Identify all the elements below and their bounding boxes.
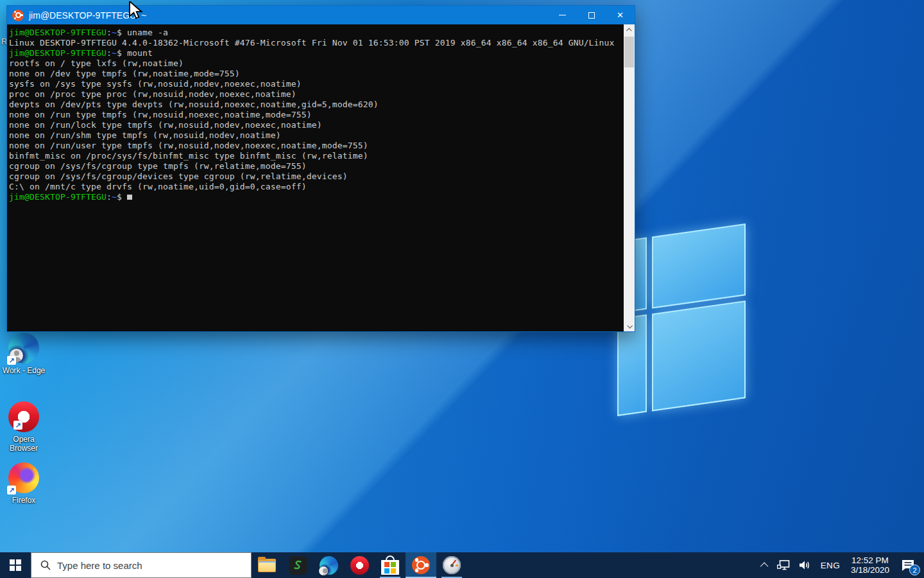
terminal-output-line: proc on /proc type proc (rw,nosuid,nodev… [9,89,624,100]
taskbar-file-explorer[interactable] [252,552,282,578]
clock-time: 12:52 PM [851,556,889,565]
terminal-command-line: jim@DESKTOP-9TFTEGU:~$ uname -a [9,28,624,38]
taskbar-opera[interactable] [344,552,375,578]
edge-icon: ↗ [8,333,39,363]
wallpaper-windows-logo [617,223,746,421]
terminal-output-line: sysfs on /sys type sysfs (rw,nosuid,node… [9,79,624,89]
close-button[interactable]: ✕ [606,6,635,24]
firefox-icon: ↗ [8,462,39,493]
terminal-output[interactable]: jim@DESKTOP-9TFTEGU:~$ uname -aLinux DES… [7,24,624,331]
terminal-output-line: none on /run/shm type tmpfs (rw,nosuid,n… [9,130,624,141]
terminal-output-line: none on /dev type tmpfs (rw,noatime,mode… [9,69,624,79]
notification-badge: 2 [909,565,920,575]
maximize-button[interactable] [577,6,606,24]
terminal-command-line: jim@DESKTOP-9TFTEGU:~$ mount [9,48,624,58]
terminal-output-line: none on /run/user type tmpfs (rw,nosuid,… [9,141,624,151]
taskbar-search[interactable] [31,552,252,578]
windows-logo-pane [652,301,746,412]
terminal-output-line: cgroup on /sys/fs/cgroup/devices type cg… [9,171,624,182]
shortcut-arrow-icon: ↗ [13,421,22,430]
windows-logo-pane [652,223,746,309]
desktop-icon-label: Opera Browser [1,435,47,453]
terminal-output-line: devpts on /dev/pts type devpts (rw,nosui… [9,100,624,110]
desktop-icon-label: Work - Edge [1,366,47,375]
ubuntu-icon [412,556,430,574]
network-icon [777,559,790,571]
gauge-app-icon [443,556,461,574]
shortcut-arrow-icon: ↗ [7,356,16,365]
terminal-output-line: none on /run/lock type tmpfs (rw,nosuid,… [9,120,624,130]
taskbar-microsoft-store[interactable] [375,552,406,578]
desktop-icon-firefox[interactable]: ↗ Firefox [1,462,47,505]
opera-icon: ↗ [8,401,39,432]
ubuntu-ring [15,12,21,18]
action-center-button[interactable]: 2 [896,552,924,578]
desktop-icon-label: Firefox [1,496,47,505]
desktop-icon-work-edge[interactable]: ↗ Work - Edge [1,333,47,375]
desktop-icon-opera[interactable]: ↗ Opera Browser [1,401,47,453]
tray-language[interactable]: ENG [816,552,844,578]
chevron-down-icon [627,323,632,328]
windows-start-icon [10,559,21,571]
ubuntu-dot [14,17,16,19]
green-s-app-icon [289,556,307,575]
terminal-output-line: Linux DESKTOP-9TFTEGU 4.4.0-18362-Micros… [9,38,624,48]
start-button[interactable] [0,552,31,578]
shortcut-arrow-icon: ↗ [7,486,16,495]
chevron-up-icon [760,562,769,570]
system-tray: ENG 12:52 PM 3/18/2020 2 [758,552,924,578]
close-icon: ✕ [617,11,624,19]
microsoft-store-icon [381,556,399,575]
terminal-titlebar[interactable]: jim@DESKTOP-9TFTEGU: ~ ✕ [7,6,635,24]
terminal-cursor [127,195,132,200]
speaker-icon [799,560,812,570]
maximize-icon [588,12,595,19]
scroll-down-button[interactable] [624,320,635,331]
minimize-button[interactable] [548,6,577,24]
search-input[interactable] [57,560,224,571]
terminal-output-line: binfmt_misc on /proc/sys/fs/binfmt_misc … [9,151,624,161]
chevron-up-icon [626,28,631,33]
scroll-up-button[interactable] [624,24,635,35]
tray-show-hidden-icons[interactable] [758,552,773,578]
search-icon [40,560,51,570]
ubuntu-dot [21,14,22,16]
edge-icon [320,556,338,575]
tray-network[interactable] [773,552,794,578]
terminal-output-line: rootfs on / type lxfs (rw,noatime) [9,58,624,69]
desktop: R ↗ Work - Edge ↗ Opera Browser ↗ Firefo… [0,0,924,578]
window-title: jim@DESKTOP-9TFTEGU: ~ [29,10,548,21]
terminal-output-line: none on /run type tmpfs (rw,nosuid,noexe… [9,110,624,120]
terminal-window: jim@DESKTOP-9TFTEGU: ~ ✕ jim@DESKTOP-9TF… [6,5,635,332]
taskbar-gauge-app[interactable] [436,552,467,578]
terminal-output-line: cgroup on /sys/fs/cgroup type tmpfs (rw,… [9,161,624,171]
terminal-scrollbar[interactable] [624,24,635,331]
taskbar-ubuntu[interactable] [406,552,436,578]
terminal-command-line: jim@DESKTOP-9TFTEGU:~$ [9,192,624,202]
taskbar-edge[interactable] [313,552,344,578]
tray-clock[interactable]: 12:52 PM 3/18/2020 [844,552,896,578]
clock-date: 3/18/2020 [851,565,889,575]
file-explorer-icon [258,559,276,572]
window-controls: ✕ [548,6,635,24]
ubuntu-icon [12,10,24,21]
opera-icon [350,556,369,575]
taskbar: ENG 12:52 PM 3/18/2020 2 [0,552,924,578]
scrollbar-thumb[interactable] [624,37,634,67]
taskbar-green-s-app[interactable] [282,552,313,578]
tray-volume[interactable] [794,552,816,578]
minimize-icon [559,15,566,15]
terminal-output-line: C:\ on /mnt/c type drvfs (rw,noatime,uid… [9,182,624,192]
